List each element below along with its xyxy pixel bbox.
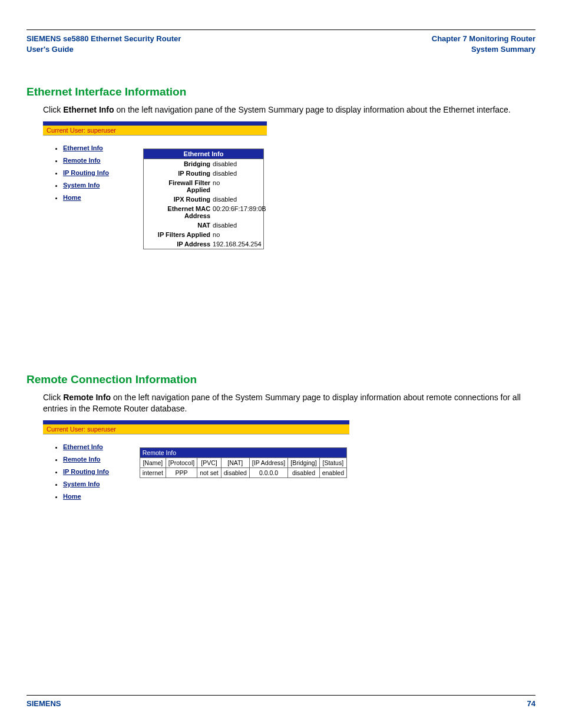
doc-footer: SIEMENS 74 xyxy=(27,695,535,708)
eth-label: NAT xyxy=(146,222,213,229)
remote-screenshot: Current User: superuser Ethernet Info Re… xyxy=(43,420,349,510)
eth-val: disabled xyxy=(213,170,261,177)
remote-info-table: Remote Info [Name] [Protocol] [PVC] [NAT… xyxy=(140,447,347,478)
remote-td: PPP xyxy=(166,467,197,477)
eth-label: Firewall Filter Applied xyxy=(146,179,213,193)
remote-th: [IP Address] xyxy=(249,457,287,467)
nav-ip-routing-info[interactable]: IP Routing Info xyxy=(63,468,109,475)
nav-remote-info[interactable]: Remote Info xyxy=(63,157,101,164)
header-left-line1: SIEMENS se5880 Ethernet Security Router xyxy=(27,34,181,44)
nav-home[interactable]: Home xyxy=(63,493,81,500)
para-post: on the left navigation pane of the Syste… xyxy=(114,105,511,114)
remote-th: [NAT] xyxy=(221,457,249,467)
nav-ethernet-info[interactable]: Ethernet Info xyxy=(63,144,103,151)
eth-label: IP Routing xyxy=(146,170,213,177)
footer-brand: SIEMENS xyxy=(27,699,61,708)
header-left-line2: User's Guide xyxy=(27,44,181,55)
nav-pane: Ethernet Info Remote Info IP Routing Inf… xyxy=(43,434,140,510)
section-heading-ethernet: Ethernet Interface Information xyxy=(27,85,535,98)
ethernet-info-table: Ethernet Info Bridgingdisabled IP Routin… xyxy=(143,149,264,249)
eth-label: Ethernet MAC Address xyxy=(146,205,213,219)
remote-table-title: Remote Info xyxy=(140,447,346,457)
footer-page: 74 xyxy=(527,699,535,708)
para-pre: Click xyxy=(43,105,63,114)
nav-pane: Ethernet Info Remote Info IP Routing Inf… xyxy=(43,136,143,211)
app-topbar xyxy=(43,121,267,126)
remote-th: [Status] xyxy=(319,457,346,467)
current-user-banner: Current User: superuser xyxy=(43,126,267,136)
section-heading-remote: Remote Connection Information xyxy=(27,373,535,386)
ethernet-screenshot: Current User: superuser Ethernet Info Re… xyxy=(43,121,267,249)
remote-td: disabled xyxy=(288,467,319,477)
app-topbar xyxy=(43,420,349,424)
eth-val: 192.168.254.254 xyxy=(213,241,262,248)
header-right-line2: System Summary xyxy=(432,44,535,55)
remote-td: 0.0.0.0 xyxy=(249,467,287,477)
para-post: on the left navigation pane of the Syste… xyxy=(43,393,521,413)
remote-th: [Bridging] xyxy=(288,457,319,467)
remote-td: disabled xyxy=(221,467,249,477)
eth-val: 00:20:6F:17:89:0B xyxy=(213,205,266,219)
eth-label: IP Filters Applied xyxy=(146,231,213,238)
eth-val: disabled xyxy=(213,222,261,229)
remote-th: [Protocol] xyxy=(166,457,197,467)
para-pre: Click xyxy=(43,393,63,402)
nav-remote-info[interactable]: Remote Info xyxy=(63,456,101,463)
nav-home[interactable]: Home xyxy=(63,194,81,201)
eth-table-title: Ethernet Info xyxy=(144,149,263,159)
eth-val: no xyxy=(213,231,261,238)
remote-td: enabled xyxy=(319,467,346,477)
current-user-banner: Current User: superuser xyxy=(43,424,349,434)
eth-val: disabled xyxy=(213,196,261,203)
eth-label: IP Address xyxy=(146,241,213,248)
section2-paragraph: Click Remote Info on the left navigation… xyxy=(43,392,535,414)
doc-header: SIEMENS se5880 Ethernet Security Router … xyxy=(27,34,535,56)
nav-system-info[interactable]: System Info xyxy=(63,182,100,189)
eth-label: Bridging xyxy=(146,160,213,167)
remote-td: not set xyxy=(197,467,222,477)
nav-system-info[interactable]: System Info xyxy=(63,480,100,487)
eth-val: no xyxy=(213,179,261,193)
section1-paragraph: Click Ethernet Info on the left navigati… xyxy=(43,104,535,116)
nav-ethernet-info[interactable]: Ethernet Info xyxy=(63,443,103,450)
eth-label: IPX Routing xyxy=(146,196,213,203)
para-bold: Remote Info xyxy=(63,393,111,402)
remote-td: internet xyxy=(140,467,166,477)
eth-val: disabled xyxy=(213,160,261,167)
para-bold: Ethernet Info xyxy=(63,105,114,114)
remote-th: [PVC] xyxy=(197,457,222,467)
remote-th: [Name] xyxy=(140,457,166,467)
header-right-line1: Chapter 7 Monitoring Router xyxy=(432,34,535,44)
nav-ip-routing-info[interactable]: IP Routing Info xyxy=(63,169,109,176)
